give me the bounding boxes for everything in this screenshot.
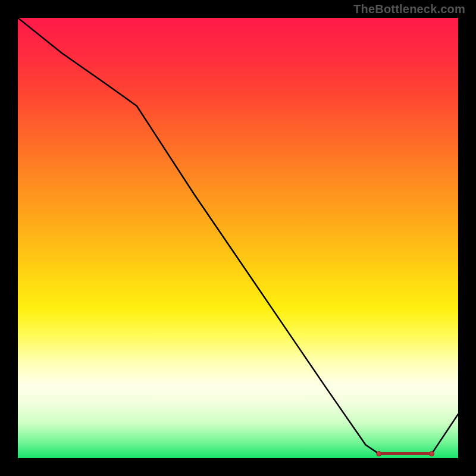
chart-container: TheBottleneck.com — [0, 0, 476, 476]
watermark-text: TheBottleneck.com — [353, 2, 465, 16]
plot-area — [18, 18, 458, 458]
flat-segment-start-cap — [377, 452, 381, 456]
flat-segment-end-cap — [430, 452, 434, 456]
curve-svg — [18, 18, 458, 458]
mismatch-curve-path — [18, 18, 458, 454]
